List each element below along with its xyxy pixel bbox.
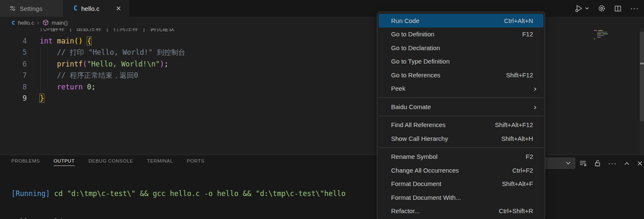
codelens-actions[interactable]: 代码解释 | 函数注释 | 行间注释 | 调优建议 — [40, 28, 175, 33]
code-token: cd "d:\tmp\c-test\" && gcc hello.c -o he… — [54, 189, 345, 198]
close-tab-icon[interactable] — [116, 5, 121, 11]
code-line[interactable]: 9 } — [0, 93, 644, 104]
code-token: // 打印 "Hello, World!" 到控制台 — [57, 48, 185, 56]
code-token — [82, 83, 87, 91]
more-actions-icon[interactable]: ··· — [630, 5, 639, 12]
code-token: // 程序正常结束，返回0 — [57, 71, 138, 79]
menu-item-format-document[interactable]: Format Document Shift+Alt+F — [377, 177, 545, 191]
code-line[interactable]: 6 printf("Hello, World!\n"); — [0, 58, 644, 70]
output-console[interactable]: [Running] cd "d:\tmp\c-test\" && gcc hel… — [11, 171, 345, 219]
line-number: 7 — [0, 71, 27, 79]
tune-icon — [9, 5, 16, 12]
menu-item-go-to-declaration[interactable]: Go to Declaration — [377, 41, 545, 55]
c-file-icon: C — [74, 5, 77, 12]
code-line[interactable]: 4 int main() { — [0, 35, 644, 47]
code-token — [40, 48, 57, 56]
code-token: } — [40, 94, 44, 102]
editor-context-menu: Run Code Ctrl+Alt+N Go to Definition F12… — [377, 12, 545, 219]
code-token: ; — [164, 60, 168, 68]
output-line: Hello, World! — [11, 216, 345, 219]
panel-controls: ··· — [580, 158, 643, 169]
menu-item-refactor[interactable]: Refactor... Ctrl+Shift+R — [377, 204, 545, 218]
editor-tab-bar: Settings C hello.c — [0, 0, 644, 17]
menu-item-go-to-references[interactable]: Go to References Shift+F12 — [377, 68, 545, 82]
breadcrumb-file[interactable]: hello.c — [18, 20, 34, 26]
panel-tab-terminal[interactable]: TERMINAL — [147, 158, 173, 166]
code-editor[interactable]: 代码解释 | 函数注释 | 行间注释 | 调优建议 4 int main() {… — [0, 28, 644, 155]
menu-item-find-all-references[interactable]: Find All References Shift+Alt+F12 — [377, 118, 545, 132]
code-line[interactable]: 5 // 打印 "Hello, World!" 到控制台 — [0, 47, 644, 59]
line-number: 6 — [0, 60, 27, 68]
code-token: 0 — [87, 83, 91, 91]
breadcrumb: C hello.c › main() — [0, 17, 644, 28]
run-code-button[interactable] — [574, 4, 589, 13]
unlock-icon[interactable] — [594, 160, 601, 167]
code-token: "Hello, World!\n" — [87, 60, 160, 68]
code-token: return — [57, 83, 82, 91]
code-token: ) — [160, 60, 164, 68]
tab-label: Settings — [20, 5, 42, 12]
chevron-down-icon — [566, 161, 571, 165]
menu-item-go-to-definition[interactable]: Go to Definition F12 — [377, 28, 545, 41]
close-panel-icon[interactable] — [637, 160, 643, 166]
code-token: main — [57, 37, 74, 45]
code-token: () — [74, 37, 82, 45]
line-number: 5 — [0, 48, 27, 56]
split-editor-icon[interactable] — [614, 5, 621, 12]
bottom-panel: PROBLEMS OUTPUT DEBUG CONSOLE TERMINAL P… — [0, 155, 644, 219]
menu-item-run-code[interactable]: Run Code Ctrl+Alt+N — [379, 14, 544, 28]
settings-gear-icon[interactable] — [598, 5, 605, 12]
output-line: [Running] cd "d:\tmp\c-test\" && gcc hel… — [11, 188, 345, 199]
panel-tabs: PROBLEMS OUTPUT DEBUG CONSOLE TERMINAL P… — [11, 158, 204, 166]
code-token — [40, 83, 57, 91]
panel-tab-output[interactable]: OUTPUT — [54, 158, 75, 166]
code-token — [82, 37, 87, 45]
line-number: 8 — [0, 83, 27, 91]
menu-separator — [378, 116, 544, 116]
line-number: 4 — [0, 37, 27, 45]
vscode-window: Settings C hello.c — [0, 0, 644, 219]
more-actions-icon[interactable]: ··· — [608, 160, 617, 167]
editor-actions: ··· — [574, 0, 639, 17]
maximize-panel-icon[interactable] — [624, 161, 630, 166]
code-line[interactable]: 7 // 程序正常结束，返回0 — [0, 70, 644, 81]
panel-tab-problems[interactable]: PROBLEMS — [11, 158, 40, 166]
code-token: ; — [91, 83, 95, 91]
code-token: int — [40, 37, 53, 45]
c-file-icon: C — [12, 20, 15, 26]
code-line[interactable]: 8 return 0; — [0, 81, 644, 93]
code-lines: 4 int main() { 5 // 打印 "Hello, World!" 到… — [0, 35, 644, 104]
chevron-down-icon — [585, 7, 589, 10]
code-token: { — [87, 37, 91, 45]
menu-separator — [378, 148, 544, 148]
code-token — [40, 71, 57, 79]
menu-item-go-to-type-definition[interactable]: Go to Type Definition — [377, 55, 545, 69]
tab-label: hello.c — [81, 5, 99, 12]
code-token: printf — [57, 60, 82, 68]
menu-item-peek[interactable]: Peek › — [377, 82, 545, 96]
submenu-arrow-icon: › — [534, 84, 536, 92]
code-token: [Running] — [11, 189, 54, 198]
editor-scrollbar[interactable] — [640, 28, 644, 155]
menu-item-format-document-with[interactable]: Format Document With... — [377, 191, 545, 204]
code-token — [53, 37, 57, 45]
line-number-active: 9 — [0, 94, 27, 102]
menu-item-show-call-hierarchy[interactable]: Show Call Hierarchy Shift+Alt+H — [377, 132, 545, 145]
clear-output-icon[interactable] — [580, 160, 587, 167]
panel-tab-ports[interactable]: PORTS — [187, 158, 204, 166]
menu-item-baidu-comate[interactable]: Baidu Comate › — [377, 100, 545, 114]
scrollbar-slider[interactable] — [640, 32, 644, 121]
tab-settings[interactable]: Settings — [0, 0, 64, 17]
code-token — [40, 60, 57, 68]
symbol-cube-icon — [42, 19, 49, 26]
chevron-right-icon: › — [37, 19, 39, 26]
menu-separator — [378, 97, 544, 98]
overview-ruler-mark — [640, 63, 644, 64]
minimap[interactable] — [594, 28, 618, 40]
menu-item-rename-symbol[interactable]: Rename Symbol F2 — [377, 150, 545, 164]
tab-hello-c[interactable]: C hello.c — [64, 0, 130, 17]
panel-tab-debug-console[interactable]: DEBUG CONSOLE — [88, 158, 133, 166]
code-token: ( — [82, 60, 87, 68]
breadcrumb-symbol[interactable]: main() — [52, 20, 68, 26]
menu-item-change-all-occurrences[interactable]: Change All Occurrences Ctrl+F2 — [377, 163, 545, 177]
